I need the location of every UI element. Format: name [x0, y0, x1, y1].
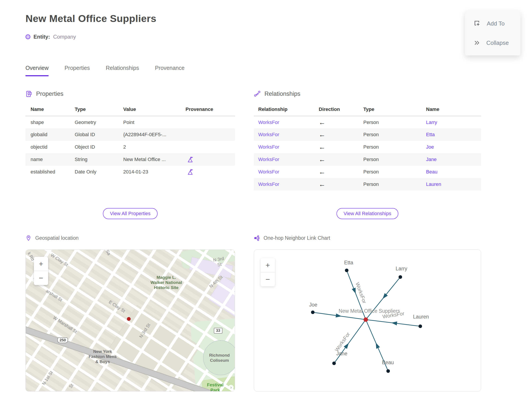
properties-section-header: Properties — [26, 90, 63, 97]
entity-label: Entity: — [33, 34, 50, 40]
edge-label-worksfor: WorksFor — [334, 331, 351, 352]
tab-properties[interactable]: Properties — [65, 65, 90, 76]
relationship-row-beau: WorksFor←PersonBeau — [254, 166, 481, 178]
graph-edge-Lauren — [366, 320, 420, 326]
relationship-link[interactable]: WorksFor — [258, 132, 279, 137]
column-header-name: Name — [26, 104, 75, 116]
graph-node-label-jane: Jane — [336, 351, 347, 357]
link-chart-canvas[interactable]: WorksForWorksForWorksForEttaLarryJoeLaur… — [254, 250, 481, 392]
map-canvas[interactable]: k RdW Clay StSaarshall StE Clay StW Mars… — [26, 250, 235, 392]
relationships-section-header: Relationships — [254, 90, 300, 97]
geospatial-section-title: Geospatial location — [35, 235, 79, 241]
map-pin-icon — [26, 235, 32, 241]
graph-node-label-lauren: Lauren — [413, 314, 429, 320]
column-header-type: Type — [75, 104, 123, 116]
provenance-flag-icon[interactable] — [187, 169, 193, 175]
graph-edge-Jane — [334, 320, 366, 363]
entity-row: Entity: Company — [26, 34, 76, 40]
collapse-label: Collapse — [486, 40, 509, 46]
properties-section-title: Properties — [36, 90, 63, 97]
graph-node-lauren[interactable] — [419, 324, 422, 328]
add-to-icon — [473, 20, 481, 27]
chart-zoom-out-button[interactable]: − — [261, 272, 275, 286]
direction-arrow: ← — [319, 131, 326, 138]
column-header-relationship: Relationship — [254, 104, 319, 116]
collapse-button[interactable]: Collapse — [465, 40, 520, 46]
entity-name-link[interactable]: Jane — [426, 157, 437, 162]
entity-detail-page: Add To Collapse New Metal Office Supplie… — [0, 0, 532, 405]
tab-overview[interactable]: Overview — [26, 65, 48, 76]
relationship-link[interactable]: WorksFor — [258, 144, 279, 150]
graph-center-node[interactable] — [364, 317, 368, 322]
chart-zoom-control: + − — [261, 258, 275, 286]
property-row-established: establishedDate Only2014-01-23 — [26, 166, 235, 178]
entity-type-badge — [26, 34, 30, 39]
route-shield-33: 33 — [214, 328, 223, 334]
direction-arrow: ← — [319, 168, 326, 176]
view-all-properties-button[interactable]: View All Properties — [103, 208, 158, 219]
graph-node-etta[interactable] — [345, 269, 348, 272]
provenance-flag-icon[interactable] — [187, 156, 193, 163]
geospatial-section-header: Geospatial location — [26, 235, 79, 241]
entity-name-link[interactable]: Lauren — [426, 182, 441, 187]
property-row-globalid: globalidGlobal ID{A228944F-0EF5-... — [26, 128, 235, 141]
page-title: New Metal Office Suppliers — [26, 13, 157, 24]
tab-bar: OverviewPropertiesRelationshipsProvenanc… — [26, 65, 185, 76]
relationships-header-row: Relationship Direction Type Name — [254, 104, 481, 116]
map-attribution-toggle[interactable]: › — [228, 385, 234, 390]
column-header-rel-type: Type — [363, 104, 426, 116]
direction-arrow: ← — [319, 119, 326, 126]
link-chart-section-header: One-hop Neighbor Link Chart — [254, 235, 330, 241]
properties-table: Name Type Value Provenance shapeGeometry… — [26, 104, 235, 178]
relationships-table: Relationship Direction Type Name WorksFo… — [254, 104, 481, 190]
map-zoom-control: + − — [34, 257, 48, 285]
relationship-link[interactable]: WorksFor — [258, 120, 279, 125]
property-row-objectid: objectidObject ID2 — [26, 141, 235, 153]
graph-node-beau[interactable] — [386, 369, 390, 373]
add-to-button[interactable]: Add To — [465, 20, 520, 27]
relationship-row-etta: WorksFor←PersonEtta — [254, 128, 481, 141]
relationship-link[interactable]: WorksFor — [258, 169, 279, 175]
column-header-direction: Direction — [319, 104, 363, 116]
direction-arrow: ← — [319, 156, 326, 163]
relationship-link[interactable]: WorksFor — [258, 157, 279, 162]
direction-arrow: ← — [319, 181, 326, 188]
link-chart-icon — [254, 235, 260, 241]
properties-icon — [26, 90, 32, 97]
relationship-row-lauren: WorksFor←PersonLauren — [254, 178, 481, 190]
map-location-marker[interactable] — [127, 317, 131, 321]
graph-center-node-label: New Metal Office Suppliers — [339, 308, 400, 314]
property-row-name: nameStringNew Metal Office ... — [26, 153, 235, 166]
chart-zoom-in-button[interactable]: + — [261, 258, 275, 272]
graph-node-label-beau: Beau — [382, 359, 394, 365]
relationship-link[interactable]: WorksFor — [258, 182, 279, 187]
graph-node-larry[interactable] — [399, 275, 402, 279]
view-all-relationships-button[interactable]: View All Relationships — [337, 208, 398, 219]
column-header-provenance: Provenance — [186, 104, 235, 116]
collapse-icon — [473, 40, 481, 46]
add-to-label: Add To — [487, 20, 505, 27]
properties-header-row: Name Type Value Provenance — [26, 104, 235, 116]
relationship-row-joe: WorksFor←PersonJoe — [254, 141, 481, 153]
route-shield-250: 250 — [57, 337, 68, 343]
link-chart-graph: WorksForWorksForWorksForEttaLarryJoeLaur… — [254, 250, 481, 392]
relationships-icon — [254, 90, 261, 97]
entity-type-value: Company — [53, 34, 76, 40]
entity-name-link[interactable]: Larry — [426, 120, 437, 125]
entity-name-link[interactable]: Beau — [426, 169, 437, 175]
relationship-row-jane: WorksFor←PersonJane — [254, 153, 481, 166]
column-header-rel-name: Name — [426, 104, 481, 116]
graph-node-jane[interactable] — [332, 362, 336, 365]
entity-name-link[interactable]: Joe — [426, 144, 434, 150]
tab-relationships[interactable]: Relationships — [106, 65, 139, 76]
relationships-section-title: Relationships — [265, 90, 300, 97]
map-zoom-in-button[interactable]: + — [34, 257, 48, 271]
graph-node-joe[interactable] — [311, 310, 314, 314]
relationship-row-larry: WorksFor←PersonLarry — [254, 116, 481, 128]
graph-node-label-larry: Larry — [396, 266, 407, 271]
column-header-value: Value — [123, 104, 186, 116]
entity-name-link[interactable]: Etta — [426, 132, 435, 137]
actions-panel: Add To Collapse — [465, 11, 520, 55]
tab-provenance[interactable]: Provenance — [155, 65, 184, 76]
map-zoom-out-button[interactable]: − — [34, 271, 48, 285]
